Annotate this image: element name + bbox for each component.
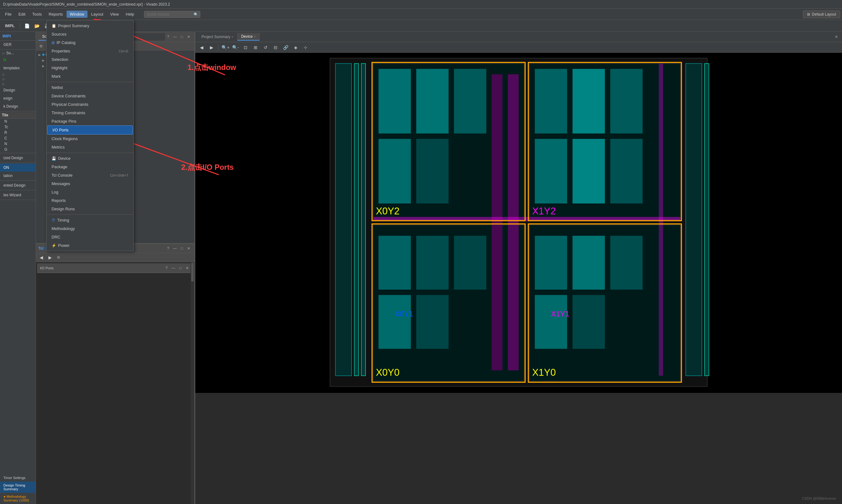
close-panel-icon[interactable]: ✕ — [186, 34, 192, 40]
menu-selection[interactable]: Selection — [47, 55, 133, 64]
device-toolbar: ◀ ▶ 🔍+ 🔍- ⊡ ⊞ ↺ ⊟ 🔗 ◈ ⊹ — [195, 42, 842, 53]
menu-device-constraints[interactable]: Device Constraints — [47, 92, 133, 100]
menu-drc[interactable]: DRC — [47, 233, 133, 241]
sidebar-timer-settings[interactable]: Timer Settings — [0, 474, 36, 482]
sidebar-sources[interactable]: ▷ So... — [0, 50, 36, 56]
nav-back-btn[interactable]: ◀ — [197, 43, 206, 52]
sidebar-item-ized[interactable]: ized Design — [0, 154, 36, 162]
tiled-item-r[interactable]: R — [0, 130, 36, 136]
tcl-scroll-content[interactable]: I/O Ports ? — □ ✕ — [36, 262, 194, 504]
menu-mark[interactable]: Mark — [47, 72, 133, 80]
io-close-icon[interactable]: ✕ — [184, 265, 190, 271]
sidebar-tree3[interactable]: ▷ — [0, 82, 36, 86]
zoom-out-btn[interactable]: 🔍- — [231, 43, 240, 52]
menu-tcl-console[interactable]: Tcl Console Ctrl+Shift+T — [47, 171, 133, 179]
expand-btn[interactable]: ⊹ — [301, 43, 310, 52]
menu-sources[interactable]: Sources — [47, 30, 133, 38]
menu-clock-regions[interactable]: Clock Regions — [47, 134, 133, 143]
tiled-item-c[interactable]: C — [0, 136, 36, 141]
route-btn[interactable]: 🔗 — [281, 43, 290, 52]
menu-highlight[interactable]: Highlight — [47, 64, 133, 72]
menu-device[interactable]: 💾 Device — [47, 154, 133, 163]
grid-btn[interactable]: ⊟ — [271, 43, 280, 52]
io-question-icon[interactable]: ? — [164, 265, 170, 271]
menu-project-summary[interactable]: 📋 Project Summary — [47, 21, 133, 30]
sidebar-tree2[interactable]: ▷ — [0, 77, 36, 82]
nav-forward-btn[interactable]: ▶ — [207, 43, 216, 52]
menu-log[interactable]: Log — [47, 188, 133, 196]
menu-help[interactable]: Help — [123, 11, 137, 18]
svg-rect-17 — [610, 69, 643, 133]
sidebar-item-tes-wizard[interactable]: tes Wizard — [0, 191, 36, 199]
sources-settings-icon[interactable]: ⚙ — [38, 43, 44, 49]
tcl-close-icon[interactable]: ✕ — [186, 245, 192, 252]
menu-properties[interactable]: Properties Ctrl+E — [47, 47, 133, 55]
tcl-minimize-icon[interactable]: — — [172, 245, 178, 252]
device-close-icon[interactable]: ✕ — [833, 34, 840, 40]
menu-power[interactable]: ⚡ Power — [47, 241, 133, 250]
tiled-item-n[interactable]: N — [0, 119, 36, 124]
menu-package-pins[interactable]: Package Pins — [47, 117, 133, 125]
project-summary-close[interactable]: × — [231, 35, 234, 39]
zoom-in-btn[interactable]: 🔍+ — [221, 43, 230, 52]
sidebar-design-timing-summary[interactable]: Design Timing Summary — [0, 482, 36, 493]
sidebar-item-templates[interactable]: templates — [0, 64, 36, 72]
sidebar-tree1[interactable]: ▷ — [0, 72, 36, 77]
menu-physical-constraints[interactable]: Physical Constraints — [47, 100, 133, 109]
menu-edit[interactable]: Edit — [15, 11, 29, 18]
maximize-icon[interactable]: □ — [179, 34, 185, 40]
sidebar-item-tation[interactable]: tation — [0, 172, 36, 180]
scrollbar-thumb[interactable] — [191, 263, 194, 282]
minimize-icon[interactable]: — — [172, 34, 178, 40]
tcl-nav-forward[interactable]: ▶ — [47, 254, 53, 261]
default-layout-button[interactable]: ⊞ Default Layout — [803, 11, 840, 18]
tiled-item-tc[interactable]: Tc — [0, 124, 36, 130]
tcl-maximize-icon[interactable]: □ — [179, 245, 185, 252]
zoom-fit-btn[interactable]: ⊡ — [241, 43, 250, 52]
menu-reports[interactable]: Reports — [47, 196, 133, 205]
device-tab[interactable]: Device × — [238, 33, 260, 40]
zoom-area-btn[interactable]: ⊞ — [251, 43, 260, 52]
tcl-nav-back[interactable]: ◀ — [38, 254, 45, 261]
tiled-item-g[interactable]: G — [0, 147, 36, 152]
io-minimize-icon[interactable]: — — [170, 265, 176, 271]
toolbar-new-btn[interactable]: 📄 — [22, 22, 31, 30]
highlight-btn[interactable]: ◈ — [291, 43, 300, 52]
sidebar-item-kdesign[interactable]: k Design — [0, 102, 36, 110]
menu-view[interactable]: View — [107, 11, 122, 18]
menu-design-runs[interactable]: Design Runs — [47, 205, 133, 213]
scrollbar[interactable] — [191, 262, 194, 504]
sidebar-methodology-summary[interactable]: ● Methodology Summary (1000) — [0, 493, 36, 504]
menu-ip-catalog[interactable]: ⊞ IP Catalog — [47, 38, 133, 47]
device-view[interactable]: X0Y2 X1Y2 X0Y0 X1Y0 X1Y1 X0Y1 — [195, 53, 842, 393]
menu-metrics[interactable]: Metrics — [47, 143, 133, 151]
menu-methodology[interactable]: Methodology — [47, 224, 133, 233]
tcl-settings-icon[interactable]: ⚙ — [55, 254, 62, 260]
sidebar-item-on[interactable]: ON — [0, 163, 36, 172]
project-summary-tab[interactable]: Project Summary × — [198, 33, 238, 40]
menu-timing[interactable]: ⏱ Timing — [47, 216, 133, 224]
menu-file[interactable]: File — [2, 11, 15, 18]
sidebar-item-esign[interactable]: esign — [0, 94, 36, 102]
menu-netlist[interactable]: Netlist — [47, 83, 133, 92]
sidebar-item-ger[interactable]: GER — [0, 40, 36, 49]
sidebar-item-n[interactable]: N — [0, 56, 36, 64]
menu-layout[interactable]: Layout — [88, 11, 106, 18]
device-close[interactable]: × — [254, 35, 256, 38]
menu-package[interactable]: Package — [47, 163, 133, 171]
toolbar-open-btn[interactable]: 📂 — [33, 22, 41, 30]
tiled-item-n2[interactable]: N — [0, 141, 36, 147]
sidebar-item-design[interactable]: Design — [0, 86, 36, 94]
tcl-question-icon[interactable]: ? — [165, 245, 171, 252]
menu-io-ports[interactable]: I/O Ports — [47, 125, 133, 134]
menu-messages[interactable]: Messages — [47, 179, 133, 188]
menu-timing-constraints[interactable]: Timing Constraints — [47, 109, 133, 117]
question-icon[interactable]: ? — [165, 34, 171, 40]
menu-tools[interactable]: Tools — [29, 11, 45, 18]
menu-window[interactable]: Window — [67, 11, 87, 18]
rotate-btn[interactable]: ↺ — [261, 43, 270, 52]
sidebar-item-ented[interactable]: ented Design — [0, 181, 36, 190]
menu-reports[interactable]: Reports — [46, 11, 66, 18]
quick-search-input[interactable] — [144, 11, 200, 18]
io-maximize-icon[interactable]: □ — [177, 265, 184, 271]
